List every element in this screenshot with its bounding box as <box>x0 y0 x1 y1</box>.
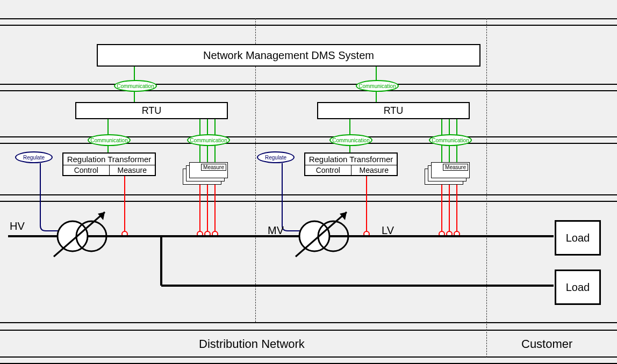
reg-tx-control: Control <box>63 165 110 175</box>
hv-label: HV <box>10 220 25 232</box>
svg-marker-30 <box>98 212 105 220</box>
svg-point-28 <box>76 221 106 251</box>
comm-ellipse: Communication <box>88 134 131 146</box>
load-box-2: Load <box>555 270 601 305</box>
comm-label: Communication <box>117 83 154 89</box>
comm-ellipse: Communication <box>429 134 472 146</box>
grid-line <box>0 194 617 195</box>
nms-label: Network Management DMS System <box>203 49 374 62</box>
comm-label: Communication <box>358 83 396 89</box>
reg-transformer-left: Regulation Transformer Control Measure <box>62 152 156 176</box>
grid-line <box>0 356 617 358</box>
svg-point-25 <box>454 231 460 237</box>
svg-line-29 <box>54 212 105 257</box>
measure-card-label: Measure <box>443 164 468 171</box>
svg-point-17 <box>212 231 218 237</box>
regulate-label: Regulate <box>23 155 45 161</box>
reg-transformer-right: Regulation Transformer Control Measure <box>304 152 398 176</box>
measure-card: Measure <box>431 162 470 178</box>
comm-ellipse: Communication <box>114 80 157 92</box>
svg-point-21 <box>439 231 444 237</box>
svg-point-11 <box>122 231 127 237</box>
distribution-label: Distribution Network <box>199 337 305 351</box>
divider-right <box>486 18 487 358</box>
grid-line <box>0 18 617 19</box>
rtu-right: RTU <box>317 102 470 119</box>
reg-tx-title: Regulation Transformer <box>305 154 397 165</box>
measure-card-label: Measure <box>201 164 226 171</box>
reg-tx-title: Regulation Transformer <box>63 154 155 165</box>
reg-tx-measure: Measure <box>110 165 155 175</box>
lv-label: LV <box>382 224 394 237</box>
grid-line <box>0 201 617 202</box>
measure-stack-right: Measure <box>425 162 473 186</box>
comm-ellipse: Communication <box>329 134 372 146</box>
grid-line <box>0 322 617 323</box>
reg-tx-control: Control <box>305 165 351 175</box>
regulate-ellipse: Regulate <box>15 151 53 163</box>
measure-card: Measure <box>189 162 228 178</box>
svg-point-19 <box>364 231 369 237</box>
grid-line <box>0 90 617 91</box>
grid-line <box>0 84 617 85</box>
svg-point-23 <box>447 231 452 237</box>
comm-label: Communication <box>432 137 469 143</box>
rtu-label: RTU <box>384 105 404 117</box>
diagram: Network Management DMS System Communicat… <box>0 0 617 364</box>
load-box-1: Load <box>555 220 601 256</box>
regulate-label: Regulate <box>265 155 286 161</box>
svg-line-33 <box>296 212 347 257</box>
regulate-ellipse: Regulate <box>257 151 295 163</box>
nms-box: Network Management DMS System <box>97 44 480 67</box>
svg-marker-34 <box>340 212 347 220</box>
grid-line <box>0 25 617 26</box>
measure-stack-left: Measure <box>183 162 231 186</box>
rtu-label: RTU <box>142 105 162 117</box>
load-label: Load <box>566 232 590 244</box>
comm-label: Communication <box>332 137 369 143</box>
comm-label: Communication <box>90 137 127 143</box>
reg-tx-measure: Measure <box>351 165 397 175</box>
customer-label: Customer <box>521 337 572 351</box>
rtu-left: RTU <box>75 102 228 119</box>
svg-point-31 <box>299 221 329 251</box>
svg-point-32 <box>318 221 348 251</box>
mv-label: MV <box>268 224 284 237</box>
svg-point-13 <box>197 231 203 237</box>
comm-label: Communication <box>190 137 227 143</box>
svg-point-27 <box>58 221 88 251</box>
comm-ellipse: Communication <box>187 134 230 146</box>
svg-point-15 <box>205 231 210 237</box>
grid-line <box>0 330 617 331</box>
load-label: Load <box>566 281 590 294</box>
comm-ellipse: Communication <box>356 80 399 92</box>
